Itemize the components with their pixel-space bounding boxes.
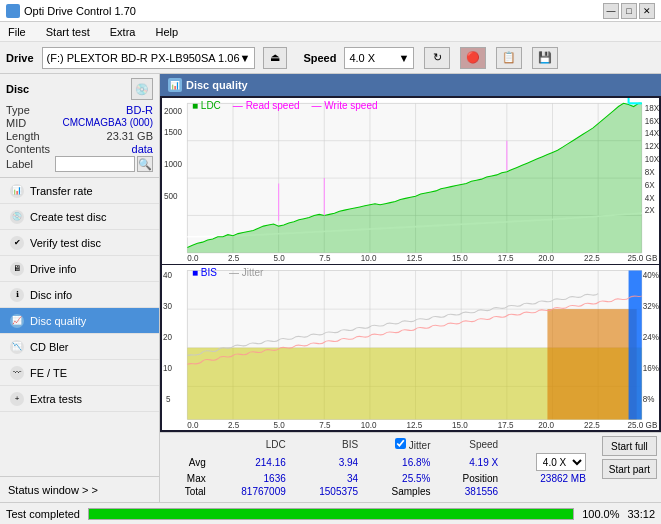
stats-max-row: Max 1636 34 25.5% Position 23862 MB xyxy=(166,473,592,484)
sidebar: Disc 💿 Type BD-R MID CMCMAGBA3 (000) Len… xyxy=(0,74,160,502)
svg-text:8X: 8X xyxy=(645,167,655,177)
disc-length-row: Length 23.31 GB xyxy=(6,130,153,142)
menu-file[interactable]: File xyxy=(4,25,30,39)
svg-text:40: 40 xyxy=(163,269,172,279)
sidebar-item-extra-tests[interactable]: + Extra tests xyxy=(0,386,159,412)
avg-bis: 3.94 xyxy=(294,453,364,471)
drive-info-icon: 🖥 xyxy=(10,262,24,276)
svg-text:4X: 4X xyxy=(645,192,655,202)
col-header-speed: Speed xyxy=(438,438,504,451)
svg-text:5.0: 5.0 xyxy=(274,419,286,429)
chart-header-icon: 📊 xyxy=(168,78,182,92)
col-header-empty xyxy=(166,438,212,451)
menu-start-test[interactable]: Start test xyxy=(42,25,94,39)
titlebar-buttons: — □ ✕ xyxy=(603,3,655,19)
main-area: Disc 💿 Type BD-R MID CMCMAGBA3 (000) Len… xyxy=(0,74,661,502)
sidebar-item-create-test[interactable]: 💿 Create test disc xyxy=(0,204,159,230)
disc-header: Disc 💿 xyxy=(6,78,153,100)
svg-text:1500: 1500 xyxy=(164,127,182,137)
sidebar-item-fe-te[interactable]: 〰 FE / TE xyxy=(0,360,159,386)
svg-text:20.0: 20.0 xyxy=(538,253,554,263)
svg-text:5.0: 5.0 xyxy=(274,253,286,263)
verify-test-icon: ✔ xyxy=(10,236,24,250)
refresh-button[interactable]: ↻ xyxy=(424,47,450,69)
sidebar-item-disc-info[interactable]: ℹ Disc info xyxy=(0,282,159,308)
lower-chart: ■ BIS — Jitter 40 30 20 10 5 40% 32% 24%… xyxy=(162,265,659,431)
avg-label: Avg xyxy=(166,453,212,471)
disc-contents-value: data xyxy=(132,143,153,155)
total-bis: 1505375 xyxy=(294,486,364,497)
svg-text:14X: 14X xyxy=(645,128,659,138)
maximize-button[interactable]: □ xyxy=(621,3,637,19)
fe-te-icon: 〰 xyxy=(10,366,24,380)
sidebar-drive-info-label: Drive info xyxy=(30,263,76,275)
drive-selector[interactable]: (F:) PLEXTOR BD-R PX-LB950SA 1.06 ▼ xyxy=(42,47,256,69)
start-part-button[interactable]: Start part xyxy=(602,459,657,479)
start-full-button[interactable]: Start full xyxy=(602,436,657,456)
total-ldc: 81767009 xyxy=(214,486,292,497)
svg-text:17.5: 17.5 xyxy=(498,253,514,263)
disc-contents-label: Contents xyxy=(6,143,50,155)
jitter-legend: — Jitter xyxy=(229,267,263,278)
stats-table: LDC BIS Jitter Speed Avg xyxy=(164,436,594,499)
col-header-check: Jitter xyxy=(366,438,436,451)
position-label: Position xyxy=(438,473,504,484)
stats-buttons: Start full Start part xyxy=(602,436,657,479)
svg-text:20: 20 xyxy=(163,331,172,341)
stats-row: LDC BIS Jitter Speed Avg xyxy=(164,436,657,499)
close-button[interactable]: ✕ xyxy=(639,3,655,19)
max-position: 23862 MB xyxy=(506,473,592,484)
speed-selector[interactable]: 4.0 X ▼ xyxy=(344,47,414,69)
sidebar-fe-te-label: FE / TE xyxy=(30,367,67,379)
max-jitter: 25.5% xyxy=(366,473,436,484)
menu-extra[interactable]: Extra xyxy=(106,25,140,39)
svg-text:2000: 2000 xyxy=(164,106,182,116)
lower-legend: ■ BIS — Jitter xyxy=(192,267,263,278)
svg-rect-87 xyxy=(547,309,636,419)
svg-text:10.0: 10.0 xyxy=(361,253,377,263)
save-button[interactable]: 💾 xyxy=(532,47,558,69)
sidebar-item-drive-info[interactable]: 🖥 Drive info xyxy=(0,256,159,282)
status-window-button[interactable]: Status window > > xyxy=(0,476,159,502)
jitter-checkbox[interactable] xyxy=(395,438,406,449)
svg-text:22.5: 22.5 xyxy=(584,253,600,263)
chart-title: Disc quality xyxy=(186,79,248,91)
sidebar-verify-test-label: Verify test disc xyxy=(30,237,101,249)
disc-length-label: Length xyxy=(6,130,40,142)
svg-text:25.0 GB: 25.0 GB xyxy=(628,419,658,429)
menu-help[interactable]: Help xyxy=(151,25,182,39)
svg-text:2X: 2X xyxy=(645,205,655,215)
sidebar-item-verify-test[interactable]: ✔ Verify test disc xyxy=(0,230,159,256)
disc-label-row: Label 🔍 xyxy=(6,156,153,172)
disc-mid-value: CMCMAGBA3 (000) xyxy=(62,117,153,129)
svg-text:10.0: 10.0 xyxy=(361,419,377,429)
disc-label-search-button[interactable]: 🔍 xyxy=(137,156,153,172)
bis-legend: ■ BIS xyxy=(192,267,217,278)
disc-icon-btn[interactable]: 💿 xyxy=(131,78,153,100)
chart-header: 📊 Disc quality xyxy=(160,74,661,96)
progress-text: 100.0% xyxy=(582,508,619,520)
max-ldc: 1636 xyxy=(214,473,292,484)
svg-text:16%: 16% xyxy=(643,362,659,372)
speed-dropdown[interactable]: 4.0 X xyxy=(536,453,586,471)
svg-text:10: 10 xyxy=(163,362,172,372)
sidebar-extra-tests-label: Extra tests xyxy=(30,393,82,405)
toolbar-btn-2[interactable]: 📋 xyxy=(496,47,522,69)
svg-text:0.0: 0.0 xyxy=(187,419,199,429)
disc-type-value: BD-R xyxy=(126,104,153,116)
sidebar-item-cd-bler[interactable]: 📉 CD Bler xyxy=(0,334,159,360)
app-icon xyxy=(6,4,20,18)
lower-chart-svg: 40 30 20 10 5 40% 32% 24% 16% 8% xyxy=(162,265,659,431)
minimize-button[interactable]: — xyxy=(603,3,619,19)
sidebar-item-disc-quality[interactable]: 📈 Disc quality xyxy=(0,308,159,334)
upper-chart-svg: 2000 1500 1000 500 18X 16X 14X 12X 10X 8… xyxy=(162,98,659,264)
toolbar-btn-1[interactable]: 🔴 xyxy=(460,47,486,69)
sidebar-item-transfer-rate[interactable]: 📊 Transfer rate xyxy=(0,178,159,204)
svg-text:24%: 24% xyxy=(643,331,659,341)
disc-label-input[interactable] xyxy=(55,156,135,172)
svg-text:15.0: 15.0 xyxy=(452,419,468,429)
svg-text:20.0: 20.0 xyxy=(538,419,554,429)
eject-button[interactable]: ⏏ xyxy=(263,47,287,69)
upper-chart: ■ LDC — Read speed — Write speed 2000 15… xyxy=(162,98,659,264)
write-legend: — Write speed xyxy=(312,100,378,111)
